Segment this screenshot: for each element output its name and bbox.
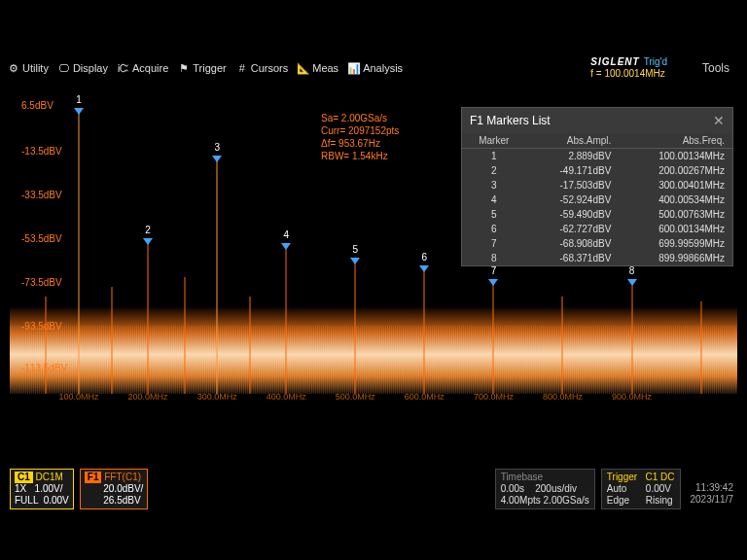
marker-4[interactable]: 4 [281, 243, 291, 250]
timebase-box[interactable]: Timebase 0.00s 200us/div 4.00Mpts 2.00GS… [495, 469, 595, 509]
close-icon[interactable]: ✕ [713, 113, 725, 128]
menu-utility[interactable]: ⚙Utility [8, 62, 49, 74]
marker-5[interactable]: 5 [350, 258, 360, 264]
menubar: ⚙Utility 🖵Display ᎥᏨAcquire ⚑Trigger #Cu… [0, 53, 747, 83]
channel-f1-box[interactable]: F1 FFT(C1) 20.0dBV/ 26.5dBV [80, 469, 149, 509]
menu-cursors[interactable]: #Cursors [236, 62, 289, 74]
peak-8 [631, 282, 632, 394]
menu-analysis[interactable]: 📊Analysis [348, 62, 403, 74]
fft-info: Sa= 2.00GSa/s Curr= 2097152pts Δf= 953.6… [321, 112, 399, 162]
marker-6[interactable]: 6 [419, 265, 429, 272]
menu-display[interactable]: 🖵Display [58, 62, 108, 74]
analysis-icon: 📊 [348, 62, 360, 74]
table-row: 4-52.924dBV400.00534MHz [462, 192, 732, 207]
table-row: 8-68.371dBV899.99866MHz [462, 251, 732, 265]
marker-2[interactable]: 2 [143, 238, 153, 245]
peak-3 [217, 160, 218, 394]
bottom-bar: C1 DC1M 1X 1.00V/ FULL 0.00V F1 FFT(C1) … [10, 469, 737, 509]
peak-4 [286, 248, 287, 394]
table-row: 2-49.171dBV200.00267MHz [462, 163, 732, 178]
brand-status: SIGLENTTrig'd f = 100.0014MHz [590, 56, 673, 80]
table-row: 6-62.727dBV600.00134MHz [462, 222, 732, 236]
cursors-icon: # [236, 62, 248, 74]
markers-table: MarkerAbs.Ampl.Abs.Freq. 12.889dBV100.00… [462, 133, 732, 265]
peak-1000 [700, 301, 701, 394]
trigger-box[interactable]: Trigger C1 DC Auto 0.00V Edge Rising [601, 469, 681, 509]
acquire-icon: ᎥᏨ [118, 62, 129, 74]
marker-7[interactable]: 7 [488, 279, 498, 286]
marker-8[interactable]: 8 [627, 279, 637, 286]
table-row: 7-68.908dBV699.99599MHz [462, 236, 732, 251]
clock-box: 11:39:422023/11/7 [687, 469, 738, 509]
peak-6 [424, 270, 425, 394]
channel-c1-box[interactable]: C1 DC1M 1X 1.00V/ FULL 0.00V [10, 469, 74, 509]
ruler-icon: 📐 [298, 62, 309, 74]
table-row: 5-59.490dBV500.00763MHz [462, 207, 732, 222]
peak-5 [355, 262, 356, 394]
peak-7 [493, 282, 494, 394]
table-row: 3-17.503dBV300.00401MHz [462, 178, 732, 192]
table-row: 12.889dBV100.00134MHz [462, 149, 732, 164]
peak-1 [79, 112, 80, 394]
display-icon: 🖵 [58, 62, 70, 74]
panel-title: F1 Markers List [470, 114, 551, 127]
markers-list-panel[interactable]: F1 Markers List ✕ MarkerAbs.Ampl.Abs.Fre… [461, 107, 733, 266]
menu-tools[interactable]: Tools [702, 61, 729, 75]
peak-800 [562, 297, 563, 394]
gear-icon: ⚙ [8, 62, 19, 74]
marker-3[interactable]: 3 [212, 156, 222, 162]
menu-meas[interactable]: 📐Meas [298, 62, 338, 74]
peak-2 [148, 243, 149, 394]
menu-trigger[interactable]: ⚑Trigger [178, 62, 226, 74]
menu-acquire[interactable]: ᎥᏨAcquire [118, 62, 168, 74]
marker-1[interactable]: 1 [74, 108, 84, 115]
flag-icon: ⚑ [178, 62, 190, 74]
